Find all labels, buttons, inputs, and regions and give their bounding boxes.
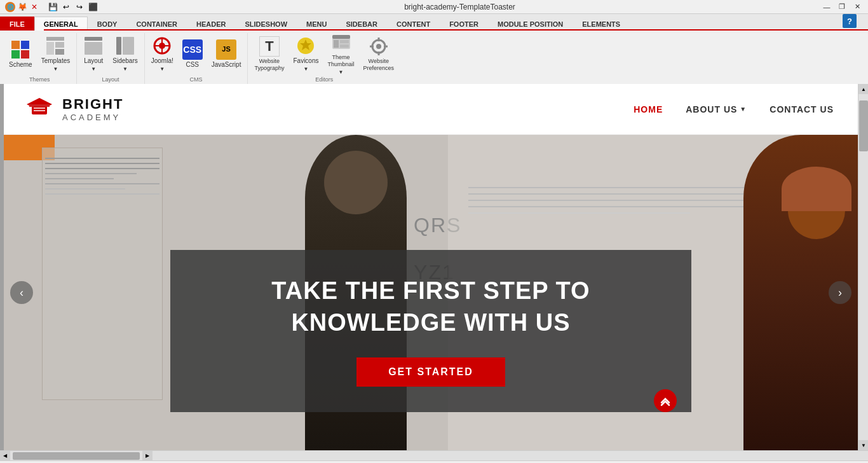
scrollbar-down-arrow[interactable]: ▼	[858, 440, 868, 450]
svg-rect-5	[46, 42, 54, 55]
window-controls: — ❐ ✕	[821, 1, 863, 13]
svg-rect-7	[55, 49, 64, 55]
sidebars-arrow: ▼	[123, 66, 128, 73]
favicons-icon	[295, 36, 316, 56]
site-nav: HOME ABOUT US ▼ CONTACT US	[628, 101, 839, 118]
tab-file[interactable]: FILE	[0, 17, 34, 31]
theme-thumbnail-button[interactable]: ThemeThumbnail ▼	[323, 33, 358, 75]
website-preferences-button[interactable]: WebsitePreferences	[360, 33, 398, 75]
svg-rect-31	[32, 106, 47, 114]
scroll-to-top-button[interactable]	[654, 389, 677, 412]
ribbon-group-themes-items: Scheme Templates ▼	[5, 33, 74, 75]
scrollbar-h-thumb[interactable]	[13, 452, 140, 460]
tab-container[interactable]: CONTAINER	[126, 17, 187, 31]
nav-contact[interactable]: CONTACT US	[764, 101, 839, 118]
templates-icon	[45, 36, 65, 56]
tab-elements[interactable]: ELEMENTS	[573, 17, 630, 31]
joomla-button[interactable]: Joomla! ▼	[147, 33, 177, 75]
layout-group-label: Layout	[79, 75, 141, 84]
scrollbar-thumb[interactable]	[859, 100, 868, 151]
hero-overlay: TAKE THE FIRST STEP TO KNOWLEDGE WITH US…	[170, 250, 691, 412]
window-title: bright-academy-TemplateToaster	[98, 3, 821, 11]
svg-rect-0	[11, 41, 20, 49]
app-icon-joomla: ✕	[29, 2, 39, 12]
cms-group-label: CMS	[147, 75, 245, 84]
ribbon-group-layout-items: Layout ▼ Sidebars ▼	[79, 33, 141, 75]
favicons-button[interactable]: Favicons ▼	[289, 33, 322, 75]
scroll-right-arrow[interactable]: ▶	[142, 451, 153, 461]
tab-module-position[interactable]: MODULE POSITION	[488, 17, 573, 31]
javascript-label: JavaScript	[212, 61, 241, 69]
css-button[interactable]: CSS CSS	[179, 33, 207, 75]
joomla-arrow: ▼	[159, 66, 165, 73]
preview-area: BRIGHT ACADEMY HOME ABOUT US ▼ CONTACT U…	[4, 84, 858, 450]
svg-rect-8	[85, 37, 102, 41]
layout-button[interactable]: Layout ▼	[79, 33, 107, 75]
nav-home[interactable]: HOME	[628, 101, 668, 118]
site-header: BRIGHT ACADEMY HOME ABOUT US ▼ CONTACT U…	[4, 84, 858, 135]
website-typography-button[interactable]: T WebsiteTypography	[250, 33, 288, 75]
hero-title: TAKE THE FIRST STEP TO KNOWLEDGE WITH US	[202, 275, 660, 338]
themes-group-label: Themes	[5, 75, 74, 84]
minimize-button[interactable]: —	[821, 1, 832, 13]
tab-header[interactable]: HEADER	[187, 17, 235, 31]
help-button[interactable]: ?	[843, 14, 857, 28]
stop-icon[interactable]: ⬛	[87, 1, 98, 13]
templates-button[interactable]: Templates ▼	[37, 33, 74, 75]
scheme-button[interactable]: Scheme	[5, 33, 36, 75]
svg-rect-21	[340, 40, 349, 43]
quick-access-toolbar: 🌐 🦊 ✕ 💾 ↩ ↪ ⬛	[5, 1, 98, 13]
scroll-left-arrow[interactable]: ◀	[0, 451, 10, 461]
redo-icon[interactable]: ↪	[74, 1, 85, 13]
ribbon-group-themes: Scheme Templates ▼ Themes	[3, 33, 77, 84]
hero-section: Z QRS YZ1	[4, 135, 858, 450]
about-dropdown-arrow: ▼	[740, 106, 747, 113]
preferences-icon	[369, 36, 389, 57]
tab-sidebar[interactable]: SIDEBAR	[336, 17, 387, 31]
logo-icon	[23, 93, 56, 126]
tab-slideshow[interactable]: SLIDESHOW	[235, 17, 297, 31]
sidebars-icon	[115, 36, 135, 56]
svg-rect-22	[340, 45, 349, 48]
favicons-label: Favicons	[293, 57, 318, 65]
sidebars-label: Sidebars	[112, 57, 137, 65]
undo-icon[interactable]: ↩	[60, 1, 72, 13]
carousel-prev-button[interactable]: ‹	[10, 281, 33, 304]
tab-menu[interactable]: MENU	[297, 17, 336, 31]
scheme-icon	[10, 39, 31, 60]
typography-icon: T	[259, 36, 280, 57]
ribbon-group-layout: Layout ▼ Sidebars ▼ Layout	[77, 33, 144, 84]
tab-footer[interactable]: FOOTER	[440, 17, 488, 31]
svg-rect-2	[11, 50, 20, 59]
nav-about[interactable]: ABOUT US ▼	[681, 101, 752, 118]
javascript-button[interactable]: JS JavaScript	[208, 33, 245, 75]
get-started-button[interactable]: GET STARTED	[356, 357, 505, 387]
templates-arrow: ▼	[53, 66, 58, 73]
scrollbar-up-arrow[interactable]: ▲	[858, 84, 868, 94]
svg-rect-6	[55, 42, 64, 48]
templates-label: Templates	[41, 57, 71, 65]
save-icon[interactable]: 💾	[47, 1, 58, 13]
close-button[interactable]: ✕	[851, 1, 863, 13]
app-icon-fire: 🦊	[17, 2, 27, 12]
editors-group-label: Editors	[250, 75, 398, 84]
logo-name: BRIGHT	[62, 96, 123, 113]
scrollbar-vertical[interactable]: ▲ ▼	[858, 84, 868, 450]
layout-icon	[83, 36, 104, 56]
app-icon-web: 🌐	[5, 2, 15, 12]
tab-general[interactable]: GENERAL	[34, 17, 88, 31]
svg-rect-4	[46, 37, 64, 41]
carousel-next-button[interactable]: ›	[829, 281, 851, 304]
restore-button[interactable]: ❐	[836, 1, 848, 13]
logo-sub: ACADEMY	[62, 113, 123, 122]
svg-rect-32	[29, 104, 50, 107]
scheme-label: Scheme	[9, 61, 32, 69]
tab-body[interactable]: BODY	[88, 17, 127, 31]
tab-content[interactable]: CONTENT	[387, 17, 440, 31]
sidebars-button[interactable]: Sidebars ▼	[109, 33, 141, 75]
title-bar: 🌐 🦊 ✕ 💾 ↩ ↪ ⬛ bright-academy-TemplateToa…	[0, 0, 868, 14]
ribbon-group-editors: T WebsiteTypography Favicons ▼	[248, 33, 400, 84]
scrollbar-horizontal[interactable]: ◀ ▶	[0, 450, 868, 460]
status-bar: Desktop Tablet Mobile	[0, 460, 868, 463]
ribbon-group-cms: Joomla! ▼ CSS CSS JS JavaScript CMS	[145, 33, 248, 84]
